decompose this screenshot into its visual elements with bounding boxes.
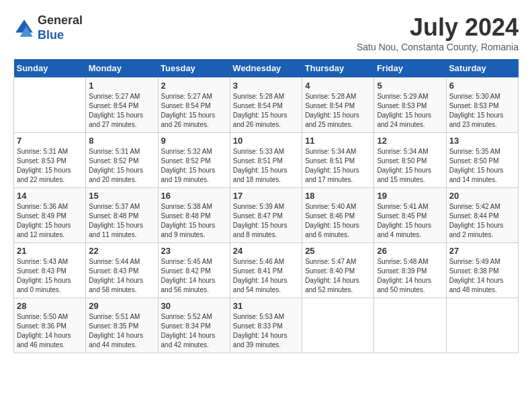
calendar-day-cell: 3Sunrise: 5:28 AM Sunset: 8:54 PM Daylig…: [230, 78, 302, 133]
day-number: 20: [449, 191, 515, 201]
day-info: Sunrise: 5:29 AM Sunset: 8:53 PM Dayligh…: [377, 92, 443, 130]
day-info: Sunrise: 5:45 AM Sunset: 8:42 PM Dayligh…: [161, 257, 227, 295]
day-number: 17: [233, 191, 299, 201]
calendar-day-cell: 31Sunrise: 5:53 AM Sunset: 8:33 PM Dayli…: [230, 298, 302, 353]
day-number: 3: [233, 81, 299, 91]
day-of-week-header: Sunday: [14, 59, 86, 78]
calendar-day-cell: 27Sunrise: 5:49 AM Sunset: 8:38 PM Dayli…: [446, 243, 518, 298]
location-text: Satu Nou, Constanta County, Romania: [357, 42, 519, 52]
day-of-week-header: Friday: [374, 59, 446, 78]
calendar-week-row: 28Sunrise: 5:50 AM Sunset: 8:36 PM Dayli…: [14, 298, 519, 353]
day-number: 27: [449, 246, 515, 256]
calendar-day-cell: 1Sunrise: 5:27 AM Sunset: 8:54 PM Daylig…: [86, 78, 158, 133]
day-number: 2: [161, 81, 227, 91]
day-info: Sunrise: 5:47 AM Sunset: 8:40 PM Dayligh…: [305, 257, 371, 295]
day-of-week-header: Wednesday: [230, 59, 302, 78]
calendar-day-cell: 6Sunrise: 5:30 AM Sunset: 8:53 PM Daylig…: [446, 78, 518, 133]
day-number: 21: [17, 246, 83, 256]
day-info: Sunrise: 5:52 AM Sunset: 8:34 PM Dayligh…: [161, 312, 227, 350]
calendar-day-cell: 8Sunrise: 5:31 AM Sunset: 8:52 PM Daylig…: [86, 133, 158, 188]
day-info: Sunrise: 5:46 AM Sunset: 8:41 PM Dayligh…: [233, 257, 299, 295]
day-info: Sunrise: 5:38 AM Sunset: 8:48 PM Dayligh…: [161, 202, 227, 240]
day-number: 8: [89, 136, 154, 146]
day-info: Sunrise: 5:36 AM Sunset: 8:49 PM Dayligh…: [17, 202, 83, 240]
calendar-day-cell: 16Sunrise: 5:38 AM Sunset: 8:48 PM Dayli…: [158, 188, 230, 243]
logo-general-text: General: [38, 13, 83, 28]
page-header: General Blue July 2024 Satu Nou, Constan…: [13, 13, 519, 52]
day-info: Sunrise: 5:48 AM Sunset: 8:39 PM Dayligh…: [377, 257, 443, 295]
logo-blue-text: Blue: [38, 28, 83, 43]
day-number: 29: [89, 301, 154, 311]
calendar-day-cell: 25Sunrise: 5:47 AM Sunset: 8:40 PM Dayli…: [302, 243, 374, 298]
calendar-day-cell: 7Sunrise: 5:31 AM Sunset: 8:53 PM Daylig…: [14, 133, 86, 188]
day-info: Sunrise: 5:44 AM Sunset: 8:43 PM Dayligh…: [89, 257, 154, 295]
day-info: Sunrise: 5:40 AM Sunset: 8:46 PM Dayligh…: [305, 202, 371, 240]
calendar-day-cell: 24Sunrise: 5:46 AM Sunset: 8:41 PM Dayli…: [230, 243, 302, 298]
day-number: 12: [377, 136, 443, 146]
day-number: 10: [233, 136, 299, 146]
day-number: 16: [161, 191, 227, 201]
calendar-week-row: 7Sunrise: 5:31 AM Sunset: 8:53 PM Daylig…: [14, 133, 519, 188]
calendar-day-cell: 30Sunrise: 5:52 AM Sunset: 8:34 PM Dayli…: [158, 298, 230, 353]
day-info: Sunrise: 5:31 AM Sunset: 8:52 PM Dayligh…: [89, 147, 154, 185]
calendar-day-cell: 23Sunrise: 5:45 AM Sunset: 8:42 PM Dayli…: [158, 243, 230, 298]
day-number: 28: [17, 301, 83, 311]
day-of-week-header: Monday: [86, 59, 158, 78]
day-number: 6: [449, 81, 515, 91]
day-info: Sunrise: 5:28 AM Sunset: 8:54 PM Dayligh…: [233, 92, 299, 130]
calendar-day-cell: 10Sunrise: 5:33 AM Sunset: 8:51 PM Dayli…: [230, 133, 302, 188]
calendar-day-cell: 22Sunrise: 5:44 AM Sunset: 8:43 PM Dayli…: [86, 243, 158, 298]
day-number: 26: [377, 246, 443, 256]
title-area: July 2024 Satu Nou, Constanta County, Ro…: [357, 13, 519, 52]
day-number: 13: [449, 136, 515, 146]
day-number: 30: [161, 301, 227, 311]
calendar-day-cell: 17Sunrise: 5:39 AM Sunset: 8:47 PM Dayli…: [230, 188, 302, 243]
day-number: 5: [377, 81, 443, 91]
calendar-day-cell: 28Sunrise: 5:50 AM Sunset: 8:36 PM Dayli…: [14, 298, 86, 353]
calendar-day-cell: 29Sunrise: 5:51 AM Sunset: 8:35 PM Dayli…: [86, 298, 158, 353]
calendar-day-cell: 2Sunrise: 5:27 AM Sunset: 8:54 PM Daylig…: [158, 78, 230, 133]
day-number: 11: [305, 136, 371, 146]
month-title: July 2024: [357, 13, 519, 42]
day-number: 4: [305, 81, 371, 91]
day-info: Sunrise: 5:35 AM Sunset: 8:50 PM Dayligh…: [449, 147, 515, 185]
calendar-day-cell: 19Sunrise: 5:41 AM Sunset: 8:45 PM Dayli…: [374, 188, 446, 243]
day-number: 25: [305, 246, 371, 256]
day-of-week-header: Tuesday: [158, 59, 230, 78]
logo-icon: [13, 17, 35, 39]
calendar-day-cell: 13Sunrise: 5:35 AM Sunset: 8:50 PM Dayli…: [446, 133, 518, 188]
calendar-day-cell: 20Sunrise: 5:42 AM Sunset: 8:44 PM Dayli…: [446, 188, 518, 243]
day-info: Sunrise: 5:43 AM Sunset: 8:43 PM Dayligh…: [17, 257, 83, 295]
day-number: 9: [161, 136, 227, 146]
calendar-week-row: 1Sunrise: 5:27 AM Sunset: 8:54 PM Daylig…: [14, 78, 519, 133]
day-number: 19: [377, 191, 443, 201]
day-info: Sunrise: 5:28 AM Sunset: 8:54 PM Dayligh…: [305, 92, 371, 130]
calendar-day-cell: 14Sunrise: 5:36 AM Sunset: 8:49 PM Dayli…: [14, 188, 86, 243]
calendar-week-row: 14Sunrise: 5:36 AM Sunset: 8:49 PM Dayli…: [14, 188, 519, 243]
calendar-day-cell: 5Sunrise: 5:29 AM Sunset: 8:53 PM Daylig…: [374, 78, 446, 133]
day-info: Sunrise: 5:39 AM Sunset: 8:47 PM Dayligh…: [233, 202, 299, 240]
day-info: Sunrise: 5:41 AM Sunset: 8:45 PM Dayligh…: [377, 202, 443, 240]
day-number: 22: [89, 246, 154, 256]
day-info: Sunrise: 5:32 AM Sunset: 8:52 PM Dayligh…: [161, 147, 227, 185]
day-of-week-header: Saturday: [446, 59, 518, 78]
calendar-week-row: 21Sunrise: 5:43 AM Sunset: 8:43 PM Dayli…: [14, 243, 519, 298]
day-info: Sunrise: 5:42 AM Sunset: 8:44 PM Dayligh…: [449, 202, 515, 240]
day-info: Sunrise: 5:34 AM Sunset: 8:51 PM Dayligh…: [305, 147, 371, 185]
calendar-table: SundayMondayTuesdayWednesdayThursdayFrid…: [13, 59, 519, 353]
day-of-week-header: Thursday: [302, 59, 374, 78]
day-number: 31: [233, 301, 299, 311]
calendar-day-cell: 4Sunrise: 5:28 AM Sunset: 8:54 PM Daylig…: [302, 78, 374, 133]
day-info: Sunrise: 5:31 AM Sunset: 8:53 PM Dayligh…: [17, 147, 83, 185]
calendar-day-cell: 15Sunrise: 5:37 AM Sunset: 8:48 PM Dayli…: [86, 188, 158, 243]
logo: General Blue: [13, 13, 83, 42]
calendar-day-cell: 12Sunrise: 5:34 AM Sunset: 8:50 PM Dayli…: [374, 133, 446, 188]
day-info: Sunrise: 5:27 AM Sunset: 8:54 PM Dayligh…: [89, 92, 154, 130]
day-number: 23: [161, 246, 227, 256]
calendar-day-cell: 21Sunrise: 5:43 AM Sunset: 8:43 PM Dayli…: [14, 243, 86, 298]
day-number: 15: [89, 191, 154, 201]
calendar-day-cell: 11Sunrise: 5:34 AM Sunset: 8:51 PM Dayli…: [302, 133, 374, 188]
day-number: 18: [305, 191, 371, 201]
day-info: Sunrise: 5:27 AM Sunset: 8:54 PM Dayligh…: [161, 92, 227, 130]
day-info: Sunrise: 5:50 AM Sunset: 8:36 PM Dayligh…: [17, 312, 83, 350]
